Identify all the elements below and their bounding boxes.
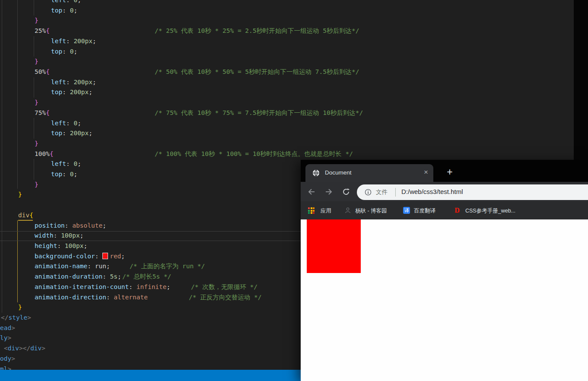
apps-bookmark-icon[interactable] — [308, 207, 315, 214]
code-line: 100%{/* 100% 代表 10秒 * 100% = 10秒时到达终点。也就… — [0, 149, 588, 159]
omnibox-divider — [395, 188, 396, 197]
code-line: left: 0; — [0, 0, 588, 6]
page-info-icon[interactable] — [365, 189, 372, 196]
code-comment: /* 正反方向交替运动 */ — [189, 292, 261, 303]
code-comment: /* 100% 代表 10秒 * 100% = 10秒时到达终点。也就是总时长 … — [155, 149, 353, 159]
code-line: 75%{/* 75% 代表 10秒 * 75% = 7.5秒时开始向下一组运动 … — [0, 108, 588, 118]
code-line: } — [0, 57, 588, 67]
reload-icon[interactable] — [342, 187, 350, 196]
address-bar[interactable]: 文件 D:/web/css3/test.html — [357, 184, 588, 200]
url-text[interactable]: D:/web/css3/test.html — [401, 188, 463, 195]
code-comment: /* 50% 代表 10秒 * 50% = 5秒时开始向下一组运动 7.5秒后到… — [155, 67, 359, 77]
css-color-swatch — [102, 253, 108, 259]
code-comment: /* 25% 代表 10秒 * 25% = 2.5秒时开始向下一组运动 5秒后到… — [155, 26, 359, 36]
code-line: top: 0; — [0, 6, 588, 16]
code-comment: /* 次数，无限循环 */ — [191, 282, 257, 292]
code-comment: /* 总时长5s */ — [122, 272, 171, 282]
browser-tab[interactable]: Document × — [305, 164, 433, 182]
code-line: } — [0, 16, 588, 26]
url-scheme-chip: 文件 — [376, 188, 388, 196]
bookmark-label[interactable]: 应用 — [321, 207, 331, 215]
code-line: top: 200px; — [0, 128, 588, 139]
code-line: top: 200px; — [0, 87, 588, 98]
animated-red-div — [307, 219, 361, 273]
back-icon[interactable] — [307, 187, 316, 196]
code-line: } — [0, 98, 588, 108]
code-line: 25%{/* 25% 代表 10秒 * 25% = 2.5秒时开始向下一组运动 … — [0, 26, 588, 36]
bookmark-label[interactable]: 杨耿 - 博客园 — [355, 207, 387, 215]
code-line: top: 0; — [0, 47, 588, 57]
browser-window: Document × + — [301, 160, 588, 381]
bookmark-label[interactable]: 百度翻译 — [414, 207, 435, 215]
screen: left: 0;top: 0;}25%{/* 25% 代表 10秒 * 25% … — [0, 0, 588, 381]
code-line: left: 200px; — [0, 36, 588, 47]
person-bookmark-icon[interactable] — [344, 207, 351, 214]
tab-close-icon[interactable]: × — [424, 168, 428, 177]
code-comment: /* 75% 代表 10秒 * 75% = 7.5秒时开始向下一组运动 10秒后… — [155, 108, 363, 118]
code-line: 50%{/* 50% 代表 10秒 * 50% = 5秒时开始向下一组运动 7.… — [0, 67, 588, 77]
bookmarks-bar: 应用杨耿 - 博客园译百度翻译DCSS参考手册_web... — [301, 201, 588, 219]
code-comment: /* 上面的名字为 run */ — [130, 261, 205, 272]
globe-icon — [312, 169, 320, 177]
forward-icon[interactable] — [324, 187, 333, 196]
code-line: left: 200px; — [0, 77, 588, 88]
page-viewport — [301, 219, 588, 381]
browser-toolbar: 文件 D:/web/css3/test.html — [301, 182, 588, 201]
cssref-bookmark-icon[interactable]: D — [454, 207, 461, 214]
tab-title: Document — [325, 169, 352, 176]
new-tab-button[interactable]: + — [443, 166, 456, 179]
code-line: left: 0; — [0, 118, 588, 129]
baidu-bookmark-icon[interactable]: 译 — [403, 207, 410, 214]
browser-tab-strip: Document × + — [301, 160, 588, 182]
code-line: } — [0, 139, 588, 149]
bookmark-label[interactable]: CSS参考手册_web... — [465, 207, 515, 215]
